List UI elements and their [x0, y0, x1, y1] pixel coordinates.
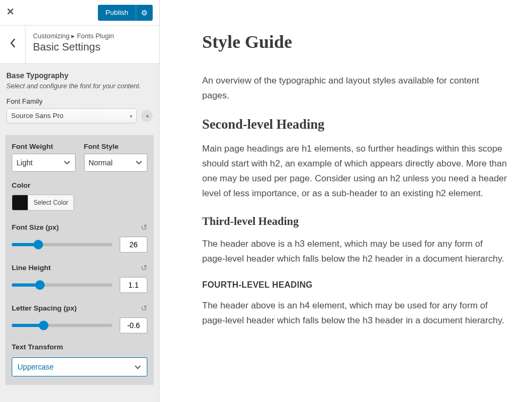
font-family-reset-button[interactable]: ◂: [141, 110, 153, 122]
font-family-select[interactable]: Source Sans Pro: [6, 108, 137, 123]
page-title: Basic Settings: [33, 41, 152, 53]
typography-controls: Font Weight Light Font Style Normal: [5, 135, 154, 385]
caret-left-icon: ◂: [146, 113, 148, 119]
reset-icon[interactable]: ↻: [140, 263, 147, 273]
letter-spacing-label: Letter Spacing (px): [12, 304, 77, 312]
font-size-label: Font Size (px): [12, 223, 59, 231]
topbar: ✕ Publish ⚙: [0, 0, 159, 26]
close-icon: ✕: [6, 6, 14, 17]
close-button[interactable]: ✕: [6, 7, 18, 19]
preview-h2: Second-level Heading: [202, 117, 508, 132]
font-style-label: Font Style: [84, 143, 148, 150]
font-weight-label: Font Weight: [12, 143, 76, 150]
color-swatch: [12, 195, 28, 210]
publish-button[interactable]: Publish: [98, 5, 136, 21]
preview-h1: Style Guide: [202, 32, 508, 52]
letter-spacing-input[interactable]: [120, 317, 147, 333]
section-title: Base Typography: [6, 71, 153, 80]
back-button[interactable]: [0, 26, 26, 63]
font-size-input[interactable]: [120, 237, 147, 253]
line-height-input[interactable]: [120, 277, 147, 293]
font-weight-select[interactable]: Light: [12, 154, 76, 172]
font-family-label: Font Family: [6, 97, 153, 105]
color-label: Color: [12, 181, 147, 189]
font-size-slider[interactable]: [12, 243, 112, 246]
letter-spacing-slider[interactable]: [12, 324, 112, 327]
select-color-button[interactable]: Select Color: [28, 195, 73, 210]
font-style-select[interactable]: Normal: [84, 154, 148, 172]
preview-paragraph: Main page headings are h1 elements, so f…: [202, 141, 508, 201]
breadcrumb: Customizing ▸ Fonts Plugin: [33, 32, 152, 40]
section-base-typography: Base Typography Select and configure the…: [0, 64, 159, 129]
reset-icon[interactable]: ↻: [140, 223, 147, 232]
gear-icon: ⚙: [141, 9, 148, 17]
panel-header: Customizing ▸ Fonts Plugin Basic Setting…: [0, 26, 159, 64]
preview-pane: Style Guide An overview of the typograph…: [160, 0, 532, 402]
color-picker[interactable]: Select Color: [12, 195, 74, 211]
line-height-slider[interactable]: [12, 283, 112, 287]
text-transform-select[interactable]: Uppercase: [12, 357, 147, 376]
chevron-left-icon: [9, 38, 16, 51]
text-transform-label: Text Transform: [12, 343, 147, 351]
customizer-sidebar: ✕ Publish ⚙ Customizing ▸ Fonts Plugin B…: [0, 0, 160, 402]
section-description: Select and configure the font for your c…: [6, 82, 153, 91]
preview-paragraph: The header above is a h3 element, which …: [202, 237, 508, 266]
reset-icon[interactable]: ↻: [140, 304, 147, 313]
preview-h3: Third-level Heading: [202, 215, 508, 228]
publish-settings-button[interactable]: ⚙: [136, 5, 153, 21]
preview-h4: Fourth-level Heading: [202, 280, 508, 290]
preview-paragraph: An overview of the typographic and layou…: [202, 73, 508, 103]
line-height-label: Line Height: [12, 264, 51, 272]
preview-paragraph: The header above is an h4 element, which…: [202, 298, 508, 328]
